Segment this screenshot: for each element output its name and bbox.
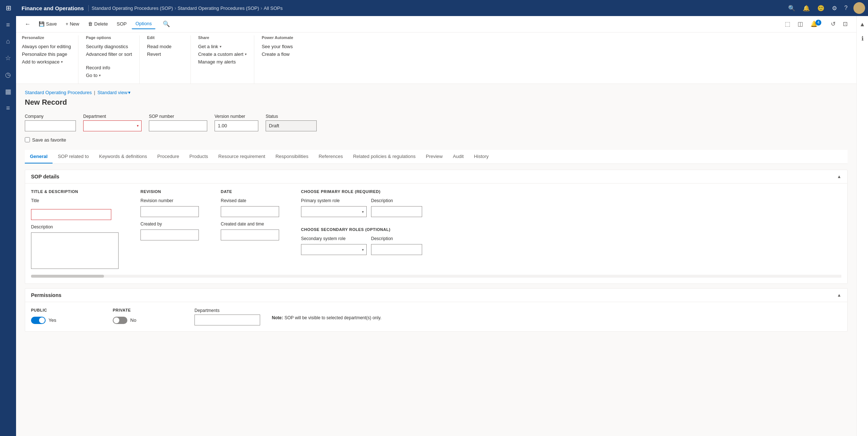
public-row: Yes [31,317,104,324]
public-label: Yes [49,317,56,323]
tab-history[interactable]: History [469,150,494,163]
smiley-icon[interactable]: 🙂 [816,3,826,13]
bell-icon[interactable]: 🔔 [801,3,811,13]
avatar[interactable] [853,2,865,14]
tab-procedure[interactable]: Procedure [152,150,184,163]
tab-related-policies[interactable]: Related policies & regulations [348,150,421,163]
add-to-workspace-item[interactable]: Add to workspace ▾ [22,58,71,66]
departments-input[interactable] [194,315,260,325]
standard-view-button[interactable]: Standard view ▾ [97,90,131,95]
breadcrumb-item-2[interactable]: Standard Operating Procedures (SOP) [178,5,259,11]
options-group-page: Page options Security diagnostics Advanc… [86,35,139,84]
grid-icon[interactable]: ⊞ [3,3,14,13]
view-chevron-icon: ▾ [128,90,131,95]
created-date-input[interactable] [221,229,279,240]
notification-icon[interactable]: 🔔4 [807,18,826,30]
department-input[interactable] [83,120,142,131]
options-button[interactable]: Options [132,19,155,29]
breadcrumb-item-1[interactable]: Standard Operating Procedures (SOP) [92,5,173,11]
breadcrumb-item-3[interactable]: All SOPs [264,5,283,11]
record-info-item[interactable]: Record info [86,64,132,72]
sidebar-favorites-icon[interactable]: ☆ [0,50,16,66]
back-button[interactable]: ← [22,19,34,29]
secondary-role-select[interactable] [301,244,367,255]
private-toggle[interactable] [113,317,127,324]
save-icon: 💾 [39,21,45,27]
sidebar-recent-icon[interactable]: ◷ [0,67,16,82]
get-link-item[interactable]: Get a link ▾ [198,43,247,50]
right-sidebar-collapse-icon[interactable]: ▲ [857,19,868,30]
tab-references[interactable]: References [313,150,348,163]
created-by-input[interactable] [140,229,199,240]
new-button[interactable]: + New [62,19,83,29]
title-desc-section-title: TITLE & DESCRIPTION [31,189,132,194]
sidebar-modules-icon[interactable]: ≡ [0,101,16,116]
created-date-field: Created date and time [221,221,292,240]
horizontal-scrollbar[interactable] [31,275,841,278]
primary-desc-input[interactable] [371,206,422,217]
save-as-favorite-label[interactable]: Save as favorite [25,137,848,143]
revised-date-input[interactable] [221,206,279,217]
horizontal-scroll-thumb[interactable] [31,275,104,278]
go-to-item[interactable]: Go to ▾ [86,72,132,79]
private-section: PRIVATE No [113,308,186,325]
power-automate-group-title: Power Automate [262,35,298,40]
save-button[interactable]: 💾 Save [35,19,61,29]
secondary-desc-input[interactable] [371,244,422,255]
primary-role-select[interactable] [301,206,367,217]
layout-icon[interactable]: ⬚ [782,18,793,30]
sidebar-hamburger-icon[interactable]: ≡ [0,18,16,32]
revision-number-input[interactable] [140,206,199,217]
tab-general[interactable]: General [25,150,53,163]
help-icon[interactable]: ? [843,3,849,13]
toolbar-search-icon[interactable]: 🔍 [160,19,173,29]
right-sidebar-info-icon[interactable]: ℹ [859,33,866,44]
right-sidebar: ▲ ℹ [856,16,868,436]
company-field: Company [25,114,76,131]
date-section: DATE Revised date Created date and time [221,189,301,273]
advanced-filter-item[interactable]: Advanced filter or sort [86,50,132,58]
sop-details-grid: TITLE & DESCRIPTION Title Description [31,189,841,273]
delete-button[interactable]: 🗑 Delete [84,19,112,29]
save-as-favorite-checkbox[interactable] [25,137,30,142]
refresh-icon[interactable]: ↺ [828,18,838,30]
company-input[interactable] [25,120,76,131]
permissions-header[interactable]: Permissions ▲ [25,289,847,302]
page-breadcrumb-link[interactable]: Standard Operating Procedures [25,90,92,95]
security-diagnostics-item[interactable]: Security diagnostics [86,43,132,50]
revert-item[interactable]: Revert [147,50,183,58]
version-input[interactable] [215,120,258,131]
tab-audit[interactable]: Audit [448,150,469,163]
expand-icon[interactable]: ⊡ [840,18,850,30]
manage-alerts-item[interactable]: Manage my alerts [198,58,247,66]
create-flow-item[interactable]: Create a flow [262,50,298,58]
sidebar-home-icon[interactable]: ⌂ [0,34,16,49]
sop-details-collapse-icon[interactable]: ▲ [837,174,841,179]
tab-resource[interactable]: Resource requirement [213,150,270,163]
secondary-role-label: Secondary system role [301,236,367,241]
permissions-collapse-icon[interactable]: ▲ [837,293,841,298]
sidebar-workspaces-icon[interactable]: ▦ [0,84,16,99]
create-custom-alert-item[interactable]: Create a custom alert ▾ [198,50,247,58]
revision-section: REVISION Revision number Created by [140,189,221,273]
status-label: Status [266,114,317,119]
split-icon[interactable]: ◫ [795,18,806,30]
personalize-page-item[interactable]: Personalize this page [22,50,71,58]
tab-responsibilities[interactable]: Responsibilities [270,150,313,163]
sop-button[interactable]: SOP [113,19,130,29]
public-toggle[interactable] [31,317,46,324]
tab-preview[interactable]: Preview [421,150,448,163]
search-icon[interactable]: 🔍 [787,3,797,13]
tab-sop-related-to[interactable]: SOP related to [53,150,94,163]
settings-icon[interactable]: ⚙ [830,3,838,13]
read-mode-item[interactable]: Read mode [147,43,183,50]
breadcrumb-sep-1: › [174,5,176,11]
description-textarea[interactable] [31,232,119,269]
tab-keywords[interactable]: Keywords & definitions [94,150,152,163]
sop-number-input[interactable] [149,120,207,131]
sop-details-header[interactable]: SOP details ▲ [25,170,847,184]
always-open-editing-item[interactable]: Always open for editing [22,43,71,50]
see-flows-item[interactable]: See your flows [262,43,298,50]
tab-products[interactable]: Products [184,150,213,163]
title-input[interactable] [31,209,111,220]
